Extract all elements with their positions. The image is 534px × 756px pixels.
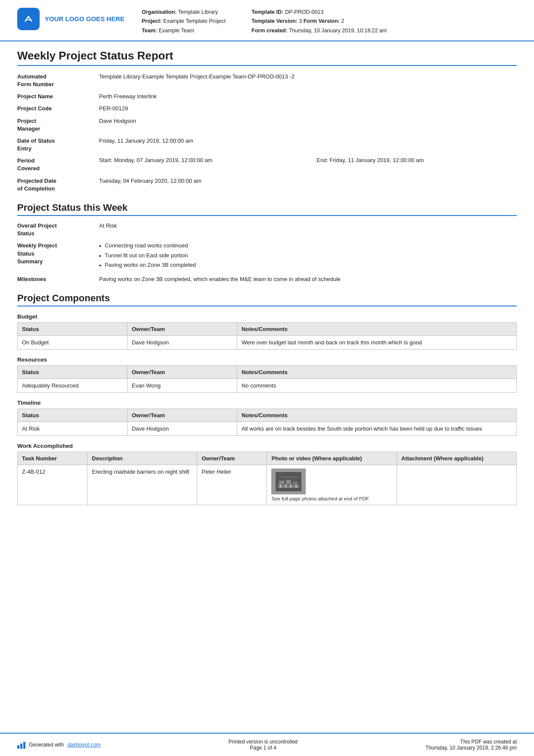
- field-label-weekly-summary: Weekly Project Status Summary: [17, 242, 99, 266]
- col-header-owner: Owner/Team: [127, 409, 237, 422]
- col-header-notes: Notes/Comments: [237, 323, 516, 336]
- col-header-notes: Notes/Comments: [237, 366, 516, 379]
- svg-rect-8: [285, 485, 286, 487]
- budget-table: Status Owner/Team Notes/Comments On Budg…: [17, 322, 517, 350]
- col-header-attach: Attachment (Where applicable): [397, 452, 516, 465]
- field-label-milestones: Milestones: [17, 275, 99, 283]
- footer-center: Printed version is uncontrolled Page 1 o…: [229, 739, 298, 751]
- col-header-notes: Notes/Comments: [237, 409, 516, 422]
- list-item: Connecting road works continued: [99, 242, 517, 250]
- template-version-label: Template Version:: [251, 18, 298, 24]
- svg-rect-10: [295, 485, 297, 487]
- field-label-manager: Project Manager: [17, 117, 99, 133]
- header-org-col: Organisation: Template Library Project: …: [142, 8, 226, 35]
- field-label-date-status: Date of Status Entry: [17, 137, 99, 153]
- bar2: [20, 744, 22, 749]
- team-label: Team:: [142, 28, 157, 34]
- budget-status: On Budget: [18, 336, 127, 350]
- col-header-status: Status: [18, 366, 127, 379]
- main-content: Weekly Project Status Report Automated F…: [0, 41, 534, 733]
- resources-notes: No comments: [237, 379, 516, 393]
- timeline-table: Status Owner/Team Notes/Comments At Risk…: [17, 409, 517, 436]
- field-label-overall-status: Overall Project Status: [17, 222, 99, 237]
- template-version-value: 3: [299, 18, 302, 24]
- project-value: Example Template Project: [163, 18, 226, 24]
- footer: Generated with dashpivot.com Printed ver…: [0, 733, 534, 756]
- work-owner: Peter Helier: [197, 465, 267, 505]
- svg-rect-4: [286, 480, 291, 484]
- table-header-row: Status Owner/Team Notes/Comments: [18, 323, 517, 336]
- form-version-value: 2: [341, 18, 344, 24]
- svg-rect-0: [22, 13, 34, 25]
- field-value-project-name: Perth Freeway Interlink: [99, 93, 517, 100]
- field-weekly-summary: Weekly Project Status Summary Connecting…: [17, 242, 517, 271]
- logo-text: YOUR LOGO GOES HERE: [45, 15, 124, 23]
- header: YOUR LOGO GOES HERE Organisation: Templa…: [0, 0, 534, 41]
- logo-area: YOUR LOGO GOES HERE: [17, 8, 124, 30]
- subsection-work-accomplished: Work Accomplished: [17, 443, 517, 449]
- org-label: Organisation:: [142, 9, 177, 15]
- form-version-label: Form Version:: [304, 18, 340, 24]
- template-id-label: Template ID:: [251, 9, 283, 15]
- list-item: Tunnel fit out on East side portion: [99, 252, 517, 260]
- svg-rect-9: [290, 485, 292, 487]
- field-projected-completion: Projected Date of Completion Tuesday, 04…: [17, 177, 517, 193]
- weekly-summary-list: Connecting road works continued Tunnel f…: [99, 242, 517, 270]
- bar1: [17, 745, 19, 749]
- field-project-name: Project Name Perth Freeway Interlink: [17, 93, 517, 100]
- logo-icon: [17, 8, 40, 30]
- work-attachment: [397, 465, 516, 505]
- budget-owner: Dave Hodgson: [127, 336, 237, 350]
- field-value-projected: Tuesday, 04 February 2020, 12:00:00 am: [99, 177, 517, 185]
- table-row: On Budget Dave Hodgson Were over budget …: [18, 336, 517, 350]
- work-description: Erecting roadside barriers on night shif…: [87, 465, 197, 505]
- page: YOUR LOGO GOES HERE Organisation: Templa…: [0, 0, 534, 756]
- svg-rect-3: [279, 481, 284, 484]
- table-header-row: Task Number Description Owner/Team Photo…: [18, 452, 517, 465]
- list-item: Paving works on Zone 3B completed: [99, 261, 517, 270]
- col-header-owner: Owner/Team: [197, 452, 267, 465]
- org-value: Template Library: [178, 9, 218, 15]
- field-value-weekly-summary: Connecting road works continued Tunnel f…: [99, 242, 517, 271]
- form-created-value: Thursday, 10 January 2019, 10:18:22 am: [289, 28, 387, 34]
- field-value-milestones: Paving works on Zone 3B completed, which…: [99, 275, 517, 283]
- field-value-period-split: Start: Monday, 07 January 2019, 12:00:00…: [99, 157, 517, 163]
- svg-rect-11: [279, 476, 298, 478]
- pdf-created-label: This PDF was created at: [425, 739, 517, 745]
- report-title: Weekly Project Status Report: [17, 49, 517, 66]
- timeline-owner: Dave Hodgson: [127, 422, 237, 436]
- col-header-desc: Description: [87, 452, 197, 465]
- col-header-owner: Owner/Team: [127, 323, 237, 336]
- timeline-status: At Risk: [18, 422, 127, 436]
- team-value: Example Team: [158, 28, 194, 34]
- field-label-project-code: Project Code: [17, 105, 99, 112]
- dashpivot-link[interactable]: dashpivot.com: [67, 742, 100, 748]
- field-label-period: Period Covered: [17, 157, 99, 172]
- header-meta: Organisation: Template Library Project: …: [142, 8, 517, 35]
- table-row: Adequately Resourced Evan Wong No commen…: [18, 379, 517, 393]
- print-notice: Printed version is uncontrolled: [229, 739, 298, 745]
- subsection-timeline: Timeline: [17, 400, 517, 406]
- work-task: Z-4B-012: [18, 465, 87, 505]
- work-accomplished-table: Task Number Description Owner/Team Photo…: [17, 452, 517, 505]
- org-line: Organisation: Template Library: [142, 8, 226, 17]
- bar3: [23, 742, 25, 749]
- field-date-status-entry: Date of Status Entry Friday, 11 January …: [17, 137, 517, 153]
- project-line: Project: Example Template Project: [142, 17, 226, 26]
- field-label-project-name: Project Name: [17, 93, 99, 100]
- field-value-project-code: PER-00129: [99, 105, 517, 112]
- subsection-budget: Budget: [17, 313, 517, 320]
- resources-table: Status Owner/Team Notes/Comments Adequat…: [17, 366, 517, 393]
- field-label-form-number: Automated Form Number: [17, 73, 99, 88]
- col-header-status: Status: [18, 323, 127, 336]
- col-header-photo: Photo or video (Where applicable): [267, 452, 397, 465]
- team-line: Team: Example Team: [142, 26, 226, 35]
- field-value-date-status: Friday, 11 January 2019, 12:00:00 am: [99, 137, 517, 145]
- col-header-owner: Owner/Team: [127, 366, 237, 379]
- field-overall-status: Overall Project Status At Risk: [17, 222, 517, 237]
- page-label: Page 1 of 4: [229, 745, 298, 751]
- table-row: At Risk Dave Hodgson All works are on tr…: [18, 422, 517, 436]
- col-header-status: Status: [18, 409, 127, 422]
- period-end: End: Friday, 11 January 2019, 12:00:00 a…: [317, 157, 517, 163]
- field-project-code: Project Code PER-00129: [17, 105, 517, 112]
